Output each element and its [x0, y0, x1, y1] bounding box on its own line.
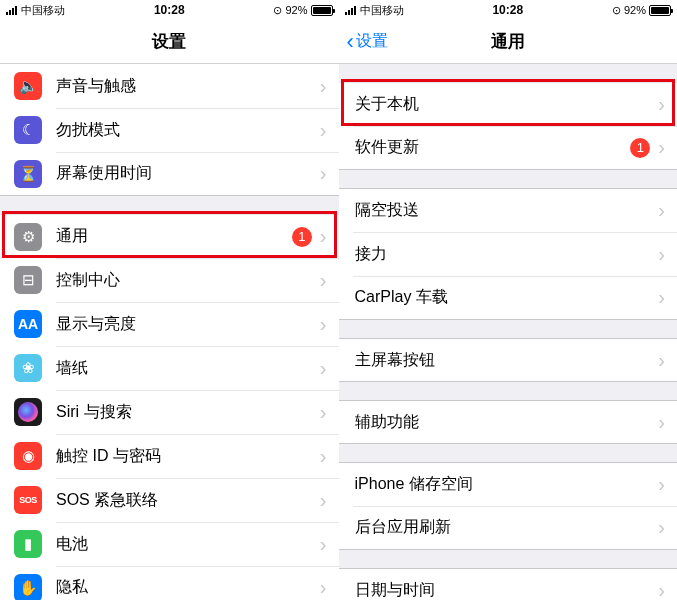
chevron-right-icon: › — [320, 489, 327, 512]
row-label: 主屏幕按钮 — [355, 350, 659, 371]
row-siri[interactable]: Siri 与搜索 › — [0, 390, 339, 434]
row-date-time[interactable]: 日期与时间 › — [339, 568, 678, 600]
row-privacy[interactable]: ✋ 隐私 › — [0, 566, 339, 600]
page-title: 设置 — [152, 30, 186, 53]
alarm-icon: ⊙ — [273, 4, 282, 17]
battery-pct: 92% — [285, 4, 307, 16]
row-label: 接力 — [355, 244, 659, 265]
gear-icon: ⚙ — [14, 223, 42, 251]
moon-icon: ☾ — [14, 116, 42, 144]
chevron-right-icon: › — [658, 93, 665, 116]
row-label: 触控 ID 与密码 — [56, 446, 320, 467]
chevron-right-icon: › — [320, 269, 327, 292]
row-label: 控制中心 — [56, 270, 320, 291]
row-home-button[interactable]: 主屏幕按钮 › — [339, 338, 678, 382]
row-touchid[interactable]: ◉ 触控 ID 与密码 › — [0, 434, 339, 478]
row-label: 隐私 — [56, 577, 320, 598]
chevron-right-icon: › — [658, 516, 665, 539]
back-label: 设置 — [356, 31, 388, 52]
row-dnd[interactable]: ☾ 勿扰模式 › — [0, 108, 339, 152]
row-airdrop[interactable]: 隔空投送 › — [339, 188, 678, 232]
row-carplay[interactable]: CarPlay 车载 › — [339, 276, 678, 320]
row-label: 显示与亮度 — [56, 314, 320, 335]
chevron-right-icon: › — [320, 401, 327, 424]
row-label: SOS 紧急联络 — [56, 490, 320, 511]
chevron-right-icon: › — [658, 349, 665, 372]
toggles-icon: ⊟ — [14, 266, 42, 294]
carrier-label: 中国移动 — [21, 3, 65, 18]
battery-icon — [311, 5, 333, 16]
chevron-right-icon: › — [320, 162, 327, 185]
back-button[interactable]: ‹ 设置 — [347, 31, 388, 53]
chevron-right-icon: › — [658, 411, 665, 434]
sound-icon: 🔈 — [14, 72, 42, 100]
general-list[interactable]: 关于本机 › 软件更新 1 › 隔空投送 › 接力 › CarPlay 车载 › — [339, 64, 678, 600]
row-bg-refresh[interactable]: 后台应用刷新 › — [339, 506, 678, 550]
chevron-right-icon: › — [320, 445, 327, 468]
battery-icon — [649, 5, 671, 16]
chevron-right-icon: › — [320, 225, 327, 248]
chevron-right-icon: › — [320, 576, 327, 599]
row-storage[interactable]: iPhone 储存空间 › — [339, 462, 678, 506]
row-wallpaper[interactable]: ❀ 墙纸 › — [0, 346, 339, 390]
phone-general: 中国移动 10:28 ⊙ 92% ‹ 设置 通用 关于本机 › 软件更新 1 › — [339, 0, 678, 600]
chevron-right-icon: › — [658, 199, 665, 222]
signal-icon — [345, 5, 356, 15]
status-time: 10:28 — [154, 3, 185, 17]
row-screentime[interactable]: ⏳ 屏幕使用时间 › — [0, 152, 339, 196]
row-accessibility[interactable]: 辅助功能 › — [339, 400, 678, 444]
siri-icon — [14, 398, 42, 426]
row-about[interactable]: 关于本机 › — [339, 82, 678, 126]
badge: 1 — [292, 227, 312, 247]
row-sos[interactable]: SOS SOS 紧急联络 › — [0, 478, 339, 522]
alarm-icon: ⊙ — [612, 4, 621, 17]
row-handoff[interactable]: 接力 › — [339, 232, 678, 276]
status-time: 10:28 — [492, 3, 523, 17]
page-title: 通用 — [491, 30, 525, 53]
hand-icon: ✋ — [14, 574, 42, 601]
status-bar: 中国移动 10:28 ⊙ 92% — [339, 0, 678, 20]
chevron-right-icon: › — [658, 136, 665, 159]
row-label: 隔空投送 — [355, 200, 659, 221]
row-label: iPhone 储存空间 — [355, 474, 659, 495]
chevron-right-icon: › — [658, 579, 665, 601]
signal-icon — [6, 5, 17, 15]
chevron-right-icon: › — [658, 243, 665, 266]
row-label: 通用 — [56, 226, 292, 247]
row-general[interactable]: ⚙ 通用 1 › — [0, 214, 339, 258]
row-label: 关于本机 — [355, 94, 659, 115]
row-sound[interactable]: 🔈 声音与触感 › — [0, 64, 339, 108]
nav-bar: ‹ 设置 通用 — [339, 20, 678, 64]
text-size-icon: AA — [14, 310, 42, 338]
flower-icon: ❀ — [14, 354, 42, 382]
row-display[interactable]: AA 显示与亮度 › — [0, 302, 339, 346]
status-bar: 中国移动 10:28 ⊙ 92% — [0, 0, 339, 20]
row-label: CarPlay 车载 — [355, 287, 659, 308]
chevron-left-icon: ‹ — [347, 31, 354, 53]
phone-settings: 中国移动 10:28 ⊙ 92% 设置 🔈 声音与触感 › ☾ 勿扰模式 › ⏳ — [0, 0, 339, 600]
carrier-label: 中国移动 — [360, 3, 404, 18]
settings-list[interactable]: 🔈 声音与触感 › ☾ 勿扰模式 › ⏳ 屏幕使用时间 › ⚙ 通用 1 › — [0, 64, 339, 600]
row-label: 屏幕使用时间 — [56, 163, 320, 184]
hourglass-icon: ⏳ — [14, 160, 42, 188]
chevron-right-icon: › — [320, 75, 327, 98]
row-label: 辅助功能 — [355, 412, 659, 433]
battery-pct: 92% — [624, 4, 646, 16]
row-label: 电池 — [56, 534, 320, 555]
row-label: 后台应用刷新 — [355, 517, 659, 538]
row-label: 声音与触感 — [56, 76, 320, 97]
row-control-center[interactable]: ⊟ 控制中心 › — [0, 258, 339, 302]
row-battery[interactable]: ▮ 电池 › — [0, 522, 339, 566]
sos-icon: SOS — [14, 486, 42, 514]
chevron-right-icon: › — [320, 533, 327, 556]
row-software-update[interactable]: 软件更新 1 › — [339, 126, 678, 170]
chevron-right-icon: › — [320, 357, 327, 380]
chevron-right-icon: › — [320, 313, 327, 336]
row-label: 日期与时间 — [355, 580, 659, 601]
fingerprint-icon: ◉ — [14, 442, 42, 470]
nav-bar: 设置 — [0, 20, 339, 64]
row-label: 勿扰模式 — [56, 120, 320, 141]
battery-row-icon: ▮ — [14, 530, 42, 558]
row-label: 软件更新 — [355, 137, 631, 158]
chevron-right-icon: › — [320, 119, 327, 142]
